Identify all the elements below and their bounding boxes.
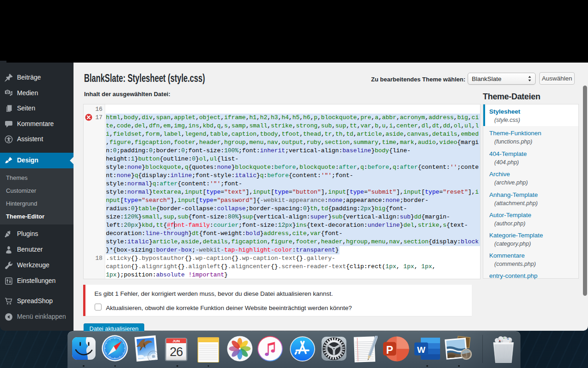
svg-text:P: P (386, 344, 393, 356)
svg-text:JUN: JUN (172, 339, 180, 343)
svg-text:26: 26 (170, 345, 182, 358)
svg-text:W: W (417, 345, 425, 354)
